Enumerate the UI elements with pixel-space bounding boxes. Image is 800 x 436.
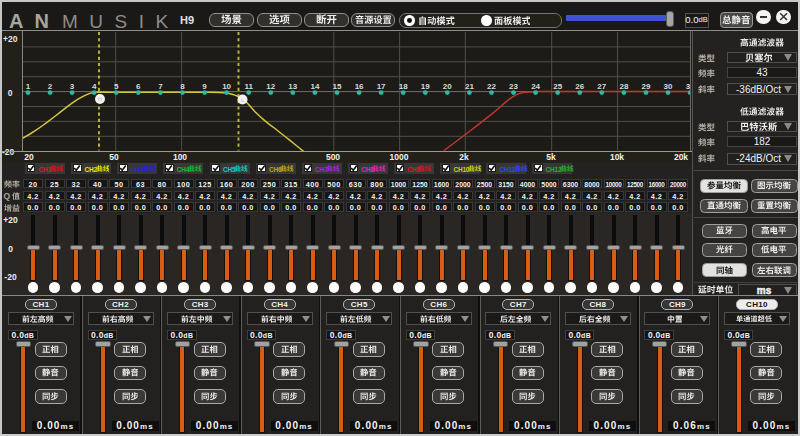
svg-text:29: 29 <box>642 82 651 91</box>
svg-text:3: 3 <box>70 82 75 91</box>
svg-text:1: 1 <box>26 82 31 91</box>
svg-text:27: 27 <box>597 82 606 91</box>
svg-text:25: 25 <box>553 82 562 91</box>
svg-text:22: 22 <box>487 82 496 91</box>
svg-text:15: 15 <box>333 82 342 91</box>
svg-text:14: 14 <box>310 82 319 91</box>
svg-text:30: 30 <box>664 82 673 91</box>
svg-text:16: 16 <box>355 82 364 91</box>
svg-text:4: 4 <box>92 82 97 91</box>
svg-text:10: 10 <box>222 82 231 91</box>
svg-text:28: 28 <box>619 82 628 91</box>
svg-text:9: 9 <box>202 82 207 91</box>
svg-text:23: 23 <box>509 82 518 91</box>
svg-text:6: 6 <box>136 82 141 91</box>
svg-text:11: 11 <box>244 82 253 91</box>
svg-text:5: 5 <box>114 82 119 91</box>
svg-text:19: 19 <box>421 82 430 91</box>
svg-text:2: 2 <box>48 82 53 91</box>
svg-text:21: 21 <box>465 82 474 91</box>
svg-text:18: 18 <box>399 82 408 91</box>
svg-text:H: H <box>98 96 102 102</box>
svg-text:8: 8 <box>180 82 185 91</box>
svg-text:ms: ms <box>757 285 772 296</box>
svg-text:13: 13 <box>288 82 297 91</box>
svg-text:17: 17 <box>377 82 386 91</box>
svg-text:12: 12 <box>266 82 275 91</box>
svg-text:7: 7 <box>158 82 163 91</box>
svg-text:26: 26 <box>575 82 584 91</box>
svg-text:24: 24 <box>531 82 540 91</box>
svg-text:20: 20 <box>443 82 452 91</box>
svg-text:L: L <box>241 97 244 103</box>
